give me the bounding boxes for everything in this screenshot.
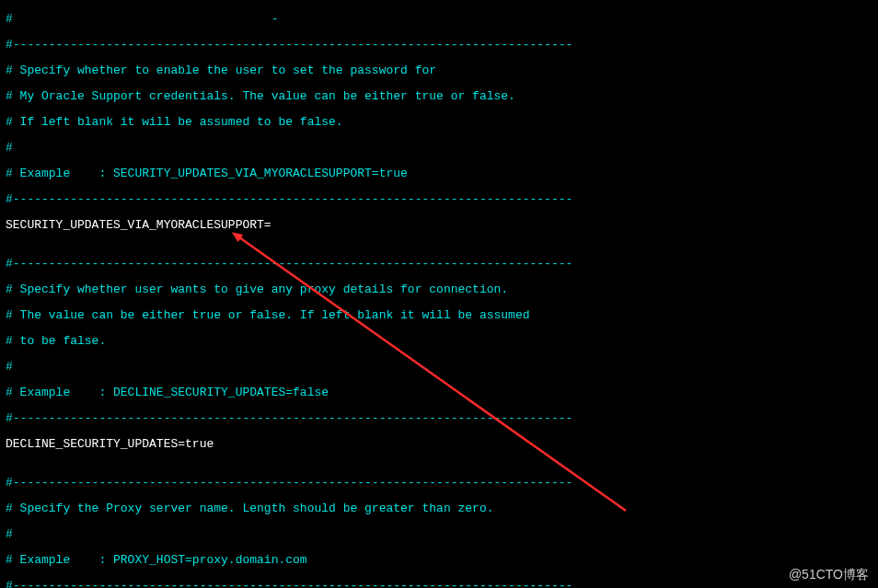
- text-line: #---------------------------------------…: [6, 580, 872, 588]
- text-line: # Specify the Proxy server name. Length …: [6, 502, 872, 515]
- text-line: # to be false.: [6, 335, 872, 348]
- text-line: # Specify whether to enable the user to …: [6, 64, 872, 77]
- text-line: # Example : SECURITY_UPDATES_VIA_MYORACL…: [6, 167, 872, 180]
- text-line: #---------------------------------------…: [6, 258, 872, 271]
- text-line: # The value can be either true or false.…: [6, 309, 872, 322]
- watermark-text: @51CTO博客: [789, 568, 869, 581]
- setting-decline-security-updates: DECLINE_SECURITY_UPDATES=true: [6, 438, 872, 451]
- text-line: #---------------------------------------…: [6, 39, 872, 52]
- text-line: # Example : PROXY_HOST=proxy.domain.com: [6, 554, 872, 567]
- text-line: # Specify whether user wants to give any…: [6, 283, 872, 296]
- text-line: #: [6, 361, 872, 374]
- text-line: #: [6, 528, 872, 541]
- text-line: #: [6, 142, 872, 155]
- text-line: # Example : DECLINE_SECURITY_UPDATES=fal…: [6, 386, 872, 399]
- text-line: #---------------------------------------…: [6, 193, 872, 206]
- terminal-viewport[interactable]: # - #-----------------------------------…: [0, 0, 878, 588]
- text-line: #---------------------------------------…: [6, 412, 872, 425]
- text-line: # If left blank it will be assumed to be…: [6, 116, 872, 129]
- text-line: # -: [6, 13, 872, 26]
- text-line: #---------------------------------------…: [6, 477, 872, 490]
- setting-security-updates-via-myoraclesupport: SECURITY_UPDATES_VIA_MYORACLESUPPORT=: [6, 219, 872, 232]
- text-line: # My Oracle Support credentials. The val…: [6, 90, 872, 103]
